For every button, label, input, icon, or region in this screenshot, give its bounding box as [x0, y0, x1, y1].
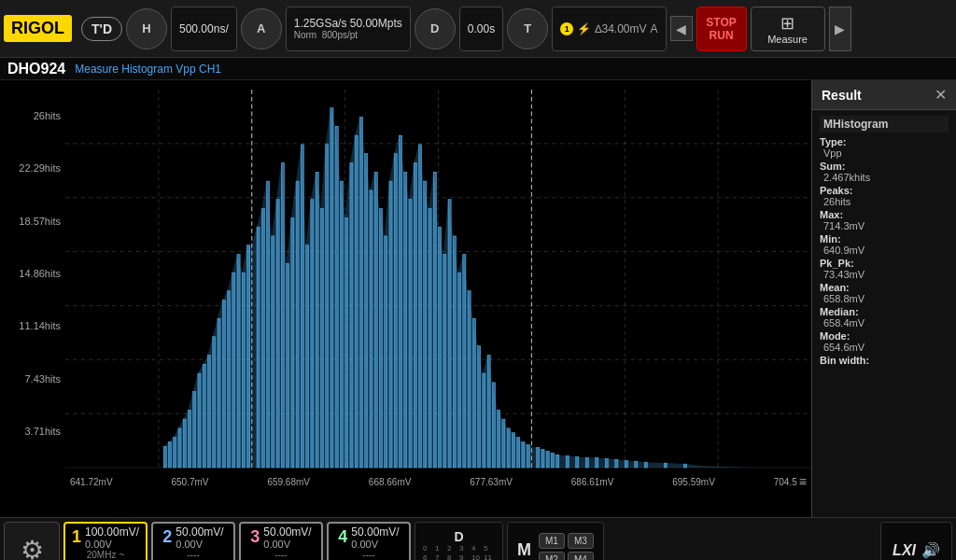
result-val-peaks: 26hits [820, 196, 949, 207]
ch2-number: 2 [162, 527, 172, 547]
result-section-title: MHistogram [820, 116, 949, 133]
result-title: Result [822, 88, 862, 103]
result-row-median: Median: 658.4mV [820, 306, 949, 329]
ch4-row: 4 50.00mV/ 0.00V [338, 525, 399, 550]
ch2-mv: 50.00mV/ [176, 525, 223, 539]
result-val-max: 714.3mV [820, 220, 949, 231]
x-label-3: 668.66mV [369, 477, 412, 487]
measure-icon: ⊞ [780, 13, 794, 34]
h-button[interactable]: H [126, 8, 167, 49]
result-row-peaks: Peaks: 26hits [820, 185, 949, 207]
result-key-pkpk: Pk_Pk: [820, 258, 949, 269]
logo: RIGOL [4, 15, 72, 42]
mode-button[interactable]: T'D [81, 17, 122, 41]
result-key-peaks: Peaks: [820, 185, 949, 196]
ch4-v: 0.00V [351, 539, 378, 550]
result-row-mean: Mean: 658.8mV [820, 282, 949, 304]
ch4-freq: ---- [362, 550, 374, 560]
model-name: DHO924 [7, 61, 65, 77]
trigger-ch-indicator: 1 [560, 22, 573, 35]
result-row-min: Min: 640.9mV [820, 233, 949, 256]
result-row-max: Max: 714.3mV [820, 209, 949, 231]
mx-buttons: M1 M3 M2 M4 [539, 533, 594, 560]
result-key-mode: Mode: [820, 330, 949, 342]
ch2-freq: ---- [187, 550, 199, 560]
d-button[interactable]: D [415, 8, 456, 49]
m-label: M [517, 540, 531, 560]
ch3-values: 50.00mV/ 0.00V [263, 525, 311, 550]
ch3-freq: ---- [274, 550, 287, 560]
y-axis-labels: 26hits 22.29hits 18.57hits 14.86hits 11.… [0, 80, 65, 467]
result-panel: Result ✕ MHistogram Type: Vpp Sum: 2.467… [811, 80, 956, 517]
trigger-section: 1 ⚡ ∆34.00mV A [552, 7, 666, 51]
main-area: 26hits 22.29hits 18.57hits 14.86hits 11.… [0, 80, 956, 517]
ch4-values: 50.00mV/ 0.00V [351, 525, 399, 550]
nav-right[interactable]: ▶ [829, 7, 851, 51]
speaker-icon: 🔊 [921, 541, 940, 559]
y-label-5: 7.43hits [0, 373, 65, 385]
ch2-row: 2 50.00mV/ 0.00V [162, 525, 223, 550]
nav-left[interactable]: ◀ [670, 16, 693, 41]
result-key-min: Min: [820, 233, 949, 245]
scope-header-label: Measure Histogram Vpp CH1 [75, 63, 221, 76]
gear-button[interactable]: ⚙ [4, 522, 60, 561]
x-label-5: 686.61mV [571, 477, 614, 487]
ch4-number: 4 [338, 527, 347, 547]
nav-arrows: ◀ [670, 16, 693, 41]
result-key-binwidth: Bin width: [820, 355, 949, 366]
stop-run-button[interactable]: STOP RUN [696, 7, 747, 51]
d-section: 0.00s [459, 7, 503, 51]
result-val-mean: 658.8mV [820, 293, 949, 304]
y-label-6: 3.71hits [0, 426, 65, 437]
histogram-svg [65, 90, 811, 469]
x-label-0: 641.72mV [70, 477, 113, 487]
result-key-type: Type: [820, 136, 949, 147]
ch3-mv: 50.00mV/ [263, 525, 311, 539]
ch1-wave: ~ [119, 550, 124, 560]
measure-label: Measure [767, 34, 808, 45]
result-val-pkpk: 73.43mV [820, 269, 949, 280]
ch1-freq-row: 20MHz ~ [87, 550, 125, 560]
m4-button[interactable]: M4 [568, 552, 594, 560]
result-row-type: Type: Vpp [820, 136, 949, 159]
d-label: D [454, 529, 463, 544]
ch1-values: 100.00mV/ 0.00V [85, 525, 139, 550]
scope-area: 26hits 22.29hits 18.57hits 14.86hits 11.… [0, 80, 811, 517]
m-section: M M1 M3 M2 M4 [507, 522, 604, 561]
measure-button[interactable]: ⊞ Measure [751, 7, 825, 51]
channel-2-button[interactable]: 2 50.00mV/ 0.00V ---- [151, 522, 235, 561]
x-axis-labels: 641.72mV 650.7mV 659.68mV 668.66mV 677.6… [65, 469, 811, 495]
result-key-mean: Mean: [820, 282, 949, 293]
y-label-3: 14.86hits [0, 268, 65, 279]
result-close-button[interactable]: ✕ [935, 86, 947, 104]
ch3-row: 3 50.00mV/ 0.00V [250, 525, 311, 550]
x-label-1: 650.7mV [171, 477, 208, 487]
channel-3-button[interactable]: 3 50.00mV/ 0.00V ---- [239, 522, 323, 561]
bottom-bar: ⚙ 1 100.00mV/ 0.00V 20MHz ~ 2 50.00mV/ 0… [0, 517, 956, 560]
ch1-mv: 100.00mV/ [85, 525, 139, 539]
trigger-icon: ⚡ [577, 22, 591, 35]
x-label-6: 695.59mV [672, 477, 715, 487]
m1-button[interactable]: M1 [539, 533, 565, 549]
channel-4-button[interactable]: 4 50.00mV/ 0.00V ---- [327, 522, 411, 561]
run-label: RUN [710, 29, 734, 42]
result-val-mode: 654.6mV [820, 342, 949, 353]
d-grid: 012345 67891011 12131415 [423, 544, 495, 560]
result-content: MHistogram Type: Vpp Sum: 2.467khits Pea… [812, 110, 956, 517]
m3-button[interactable]: M3 [568, 533, 594, 549]
stop-label: STOP [706, 16, 736, 29]
result-row-binwidth: Bin width: [820, 355, 949, 366]
scope-header: DHO924 Measure Histogram Vpp CH1 [0, 58, 956, 80]
result-val-sum: 2.467khits [820, 172, 949, 183]
trigger-delta: ∆34.00mV [595, 22, 646, 35]
ch4-mv: 50.00mV/ [351, 525, 399, 539]
t-button[interactable]: T [507, 8, 548, 49]
y-label-4: 11.14hits [0, 320, 65, 331]
a-button[interactable]: A [241, 8, 282, 49]
ch3-number: 3 [250, 527, 260, 547]
d-section-bottom[interactable]: D 012345 67891011 12131415 [415, 522, 503, 561]
m2-button[interactable]: M2 [539, 552, 565, 560]
channel-1-button[interactable]: 1 100.00mV/ 0.00V 20MHz ~ [63, 522, 148, 561]
result-val-median: 658.4mV [820, 317, 949, 329]
result-val-min: 640.9mV [820, 245, 949, 256]
